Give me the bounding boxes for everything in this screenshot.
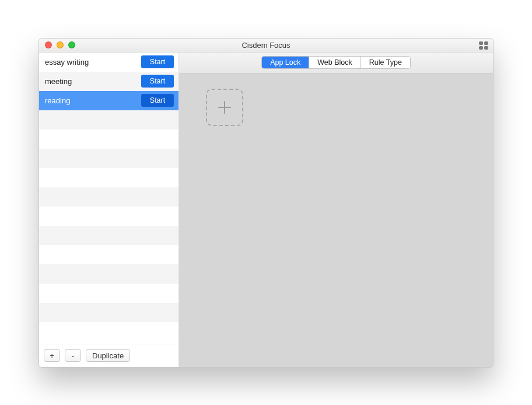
window-title: Cisdem Focus: [39, 41, 493, 50]
duplicate-button[interactable]: Duplicate: [86, 349, 130, 362]
list-item: [39, 226, 178, 245]
minimize-icon[interactable]: [57, 41, 64, 48]
titlebar: Cisdem Focus: [39, 39, 493, 53]
list-item: [39, 168, 178, 187]
close-icon[interactable]: [45, 41, 52, 48]
list-item[interactable]: meeting Start: [39, 72, 178, 91]
list-item: [39, 187, 178, 207]
add-app-tile[interactable]: [206, 89, 243, 126]
start-button[interactable]: Start: [141, 55, 174, 68]
list-item: [39, 130, 178, 149]
list-item: [39, 322, 178, 341]
sidebar: essay writing Start meeting Start readin…: [39, 53, 179, 367]
window-body: essay writing Start meeting Start readin…: [39, 53, 493, 367]
maximize-icon[interactable]: [68, 41, 75, 48]
add-profile-button[interactable]: +: [44, 349, 60, 362]
list-item-label: essay writing: [45, 58, 141, 67]
content-area: [179, 74, 493, 367]
grid-menu-icon[interactable]: [479, 41, 488, 50]
start-button[interactable]: Start: [141, 94, 174, 107]
list-item: [39, 245, 178, 264]
tab-web-block[interactable]: Web Block: [309, 57, 361, 68]
app-window: Cisdem Focus essay writing Start meeting…: [38, 38, 494, 368]
list-item-label: meeting: [45, 77, 141, 86]
profile-list: essay writing Start meeting Start readin…: [39, 53, 178, 344]
window-controls: [39, 41, 75, 48]
list-item: [39, 284, 178, 303]
list-item-label: reading: [45, 96, 141, 105]
remove-profile-button[interactable]: -: [65, 349, 81, 362]
main-pane: App Lock Web Block Rule Type: [179, 53, 493, 367]
tab-bar: App Lock Web Block Rule Type: [179, 53, 493, 74]
sidebar-footer: + - Duplicate: [39, 344, 178, 367]
plus-icon: [217, 100, 232, 115]
list-item: [39, 110, 178, 130]
list-item: [39, 149, 178, 168]
list-item: [39, 207, 178, 226]
start-button[interactable]: Start: [141, 75, 174, 88]
tab-app-lock[interactable]: App Lock: [262, 57, 309, 68]
segmented-control: App Lock Web Block Rule Type: [261, 56, 411, 69]
list-item: [39, 303, 178, 322]
list-item[interactable]: essay writing Start: [39, 53, 178, 72]
list-item: [39, 264, 178, 284]
tab-rule-type[interactable]: Rule Type: [361, 57, 410, 68]
list-item[interactable]: reading Start: [39, 91, 178, 110]
